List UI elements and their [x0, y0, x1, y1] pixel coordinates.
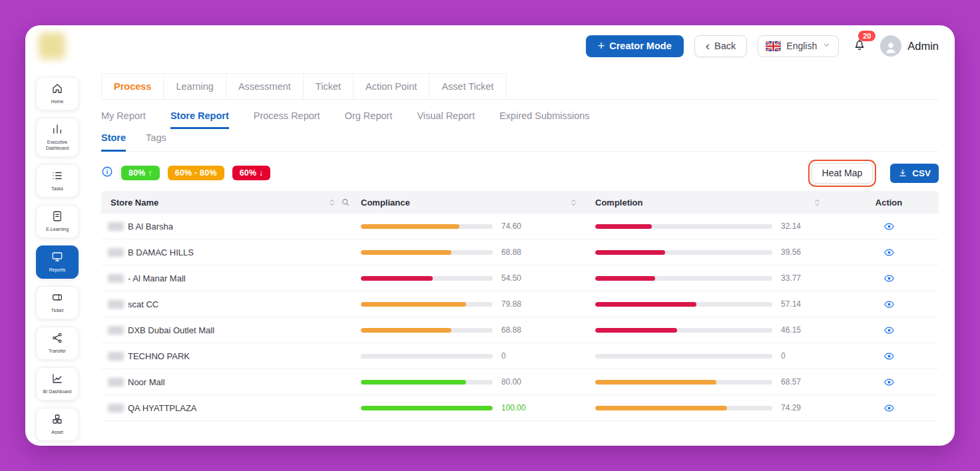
- blurred-text: [108, 378, 124, 387]
- report-tab-visual-report[interactable]: Visual Report: [417, 110, 475, 129]
- action-cell: [839, 323, 939, 337]
- plus-icon: +: [598, 40, 605, 52]
- tab-action-point[interactable]: Action Point: [353, 73, 429, 99]
- table-header: Store Name Compliance Completion: [101, 191, 939, 214]
- completion: 33.77: [595, 273, 839, 283]
- sidebar-item-label: Transfer: [49, 349, 66, 355]
- bar-fill: [361, 406, 493, 410]
- avatar: [880, 35, 901, 57]
- download-icon: [898, 168, 907, 178]
- column-label: Compliance: [361, 198, 410, 208]
- chevron-left-icon: ‹: [706, 39, 710, 52]
- store-name: B Al Barsha: [128, 222, 173, 232]
- report-tab-store-report[interactable]: Store Report: [170, 110, 229, 129]
- report-tab-expired-submissions[interactable]: Expired Submissions: [499, 110, 589, 129]
- bar-fill: [595, 302, 696, 307]
- store-name-cell: DXB Dubai Outlet Mall: [101, 325, 361, 335]
- view-tab-tags[interactable]: Tags: [146, 132, 166, 152]
- compliance-value: 68.88: [501, 247, 532, 257]
- completion: 39.56: [595, 247, 839, 257]
- action-cell: [839, 401, 939, 415]
- sidebar-item-executive-dashboard[interactable]: Executive Dashboard: [36, 118, 79, 157]
- store-name-cell: - Al Manar Mall: [101, 273, 361, 283]
- report-tab-process-report[interactable]: Process Report: [254, 110, 320, 129]
- tab-process[interactable]: Process: [101, 73, 164, 99]
- top-bar-actions: + Creator Mode ‹ Back English 20: [586, 35, 939, 57]
- notifications-button[interactable]: 20: [852, 37, 867, 55]
- sort-icon[interactable]: [569, 198, 578, 207]
- table-row: B Al Barsha74.6032.14: [101, 214, 939, 239]
- tab-asset-ticket[interactable]: Asset Ticket: [429, 73, 506, 99]
- eye-icon: [883, 273, 895, 284]
- legend-high-badge: 80% ↑: [121, 166, 160, 180]
- compliance-bar: [361, 380, 493, 385]
- view-button[interactable]: [882, 220, 896, 234]
- compliance-value: 79.88: [501, 299, 532, 309]
- view-button[interactable]: [882, 297, 896, 311]
- table-row: B DAMAC HILLS68.8839.56: [101, 239, 939, 265]
- completion-bar: [595, 380, 772, 385]
- completion-value: 0: [781, 351, 812, 361]
- eye-icon: [883, 221, 895, 232]
- report-tab-my-report[interactable]: My Report: [101, 110, 146, 129]
- sidebar-item-home[interactable]: Home: [36, 77, 79, 110]
- body: HomeExecutive DashboardTasksE-LearningRe…: [25, 67, 955, 446]
- view-tab-store[interactable]: Store: [101, 132, 126, 152]
- bar-fill: [595, 328, 677, 333]
- eye-icon: [883, 377, 895, 388]
- sidebar-item-tasks[interactable]: Tasks: [36, 164, 79, 198]
- completion: 57.14: [595, 299, 839, 309]
- heat-map-button[interactable]: Heat Map: [812, 163, 873, 184]
- completion-value: 39.56: [781, 247, 812, 257]
- compliance-value: 74.60: [501, 222, 532, 231]
- view-button[interactable]: [882, 349, 896, 363]
- view-button[interactable]: [882, 271, 896, 285]
- completion-value: 46.15: [781, 325, 812, 335]
- top-bar: + Creator Mode ‹ Back English 20: [25, 25, 955, 67]
- view-button[interactable]: [882, 375, 896, 389]
- eye-icon: [883, 351, 895, 362]
- sidebar-item-ticket[interactable]: Ticket: [36, 286, 79, 319]
- column-store-name: Store Name: [101, 198, 361, 208]
- sidebar-item-reports[interactable]: Reports: [36, 245, 79, 279]
- language-selector[interactable]: English: [758, 35, 839, 57]
- action-cell: [839, 297, 939, 311]
- view-button[interactable]: [882, 401, 896, 415]
- info-icon[interactable]: [101, 166, 113, 180]
- creator-mode-button[interactable]: + Creator Mode: [586, 35, 684, 57]
- action-cell: [839, 349, 939, 363]
- bar-fill: [361, 224, 459, 229]
- report-tab-org-report[interactable]: Org Report: [345, 110, 393, 129]
- store-name-cell: scat CC: [101, 299, 361, 309]
- tab-assessment[interactable]: Assessment: [226, 73, 304, 99]
- user-menu[interactable]: Admin: [880, 35, 939, 57]
- column-action: Action: [839, 198, 939, 208]
- sort-icon[interactable]: [328, 198, 336, 207]
- completion-value: 57.14: [781, 299, 812, 309]
- blurred-text: [108, 404, 124, 412]
- tab-ticket[interactable]: Ticket: [303, 73, 354, 99]
- tab-learning[interactable]: Learning: [163, 73, 226, 99]
- sidebar: HomeExecutive DashboardTasksE-LearningRe…: [25, 67, 87, 446]
- sort-icon[interactable]: [813, 198, 822, 207]
- view-button[interactable]: [882, 245, 896, 259]
- sidebar-item-asset[interactable]: Asset: [36, 408, 79, 441]
- back-button[interactable]: ‹ Back: [694, 35, 748, 57]
- table-row: - Al Manar Mall54.5033.77: [101, 265, 939, 291]
- app-logo: [39, 33, 65, 59]
- table-body: B Al Barsha74.6032.14B DAMAC HILLS68.883…: [101, 214, 939, 421]
- compliance-bar: [361, 224, 493, 229]
- sidebar-item-bi-dashboard[interactable]: BI Dashboard: [36, 367, 79, 400]
- blurred-text: [108, 248, 124, 257]
- view-tabs: StoreTags: [101, 132, 939, 152]
- column-label: Completion: [595, 198, 643, 208]
- view-button[interactable]: [882, 323, 896, 337]
- search-icon[interactable]: [341, 198, 350, 207]
- compliance: 54.50: [361, 273, 595, 283]
- sidebar-item-e-learning[interactable]: E-Learning: [36, 205, 79, 238]
- csv-button[interactable]: CSV: [890, 164, 939, 183]
- store-name-cell: B Al Barsha: [101, 222, 361, 232]
- sidebar-item-transfer[interactable]: Transfer: [36, 327, 79, 360]
- completion-bar: [595, 224, 772, 229]
- column-completion: Completion: [595, 198, 839, 208]
